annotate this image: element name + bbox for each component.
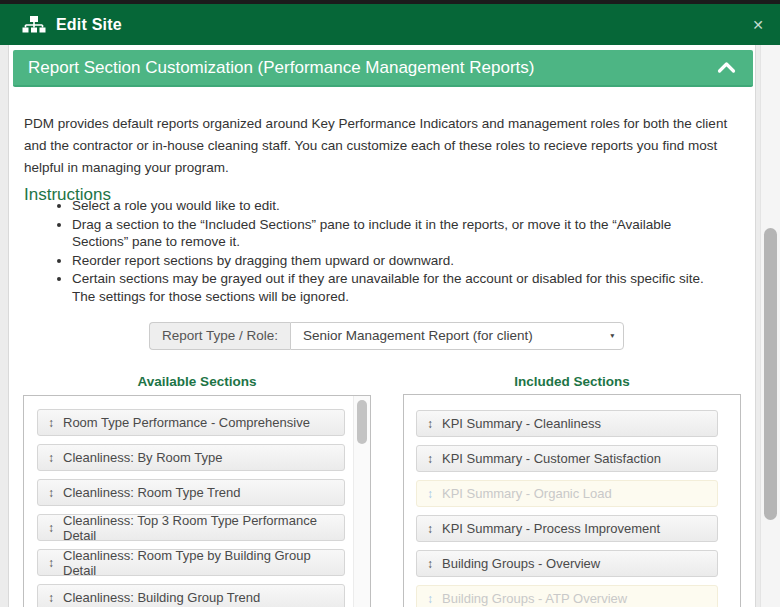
modal-body: Report Section Customization (Performanc… bbox=[8, 45, 756, 607]
drag-handle-icon[interactable]: ↕ bbox=[48, 416, 54, 430]
included-sections-panel: ↕KPI Summary - Cleanliness↕KPI Summary -… bbox=[403, 394, 741, 607]
instruction-item: Drag a section to the “Included Sections… bbox=[72, 216, 729, 251]
section-title: Report Section Customization (Performanc… bbox=[28, 58, 717, 78]
role-select-dropdown[interactable]: Senior Management Report (for client) ▼ bbox=[290, 322, 624, 350]
section-item-label: Building Groups - ATP Overview bbox=[442, 591, 627, 606]
drag-handle-icon[interactable]: ↕ bbox=[48, 591, 54, 605]
section-item-label: KPI Summary - Customer Satisfaction bbox=[442, 451, 661, 466]
chevron-up-icon[interactable] bbox=[717, 61, 736, 74]
section-item[interactable]: ↕KPI Summary - Cleanliness bbox=[416, 410, 718, 437]
sitemap-icon bbox=[22, 16, 46, 33]
section-item-label: Building Groups - Overview bbox=[442, 556, 600, 571]
section-item[interactable]: ↕Building Groups - ATP Overview bbox=[416, 585, 718, 607]
section-item[interactable]: ↕Cleanliness: Top 3 Room Type Performanc… bbox=[37, 514, 345, 541]
available-sections-panel: ↕Room Type Performance - Comprehensive↕C… bbox=[23, 395, 371, 607]
section-item-label: KPI Summary - Cleanliness bbox=[442, 416, 601, 431]
instruction-item: Certain sections may be grayed out if th… bbox=[72, 270, 729, 305]
section-item-label: KPI Summary - Process Improvement bbox=[442, 521, 660, 536]
available-panel-scrollbar-thumb[interactable] bbox=[357, 400, 367, 444]
drag-handle-icon[interactable]: ↕ bbox=[427, 592, 433, 606]
available-sections-heading: Available Sections bbox=[23, 374, 371, 389]
page-scrollbar-thumb[interactable] bbox=[764, 228, 777, 520]
dropdown-caret-icon: ▼ bbox=[609, 326, 616, 346]
section-item[interactable]: ↕Cleanliness: Room Type by Building Grou… bbox=[37, 549, 345, 576]
section-item[interactable]: ↕Cleanliness: By Room Type bbox=[37, 444, 345, 471]
section-item-label: Cleanliness: By Room Type bbox=[63, 450, 222, 465]
section-item-label: Cleanliness: Building Group Trend bbox=[63, 590, 260, 605]
drag-handle-icon[interactable]: ↕ bbox=[48, 521, 54, 535]
role-selector-group: Report Type / Role: Senior Management Re… bbox=[149, 322, 624, 350]
section-description: PDM provides default reports organized a… bbox=[24, 113, 731, 179]
instructions-list: Select a role you would like to edit. Dr… bbox=[24, 197, 729, 306]
section-item[interactable]: ↕Cleanliness: Building Group Trend bbox=[37, 584, 345, 607]
section-item[interactable]: ↕KPI Summary - Process Improvement bbox=[416, 515, 718, 542]
drag-handle-icon[interactable]: ↕ bbox=[48, 556, 54, 570]
role-select-value: Senior Management Report (for client) bbox=[303, 328, 533, 343]
drag-handle-icon[interactable]: ↕ bbox=[48, 451, 54, 465]
included-sections-list: ↕KPI Summary - Cleanliness↕KPI Summary -… bbox=[404, 395, 740, 607]
modal-titlebar: Edit Site ✕ bbox=[0, 4, 780, 45]
section-collapse-header[interactable]: Report Section Customization (Performanc… bbox=[13, 50, 753, 87]
page-scrollbar[interactable] bbox=[760, 45, 780, 607]
drag-handle-icon[interactable]: ↕ bbox=[427, 487, 433, 501]
drag-handle-icon[interactable]: ↕ bbox=[48, 486, 54, 500]
section-item[interactable]: ↕Room Type Performance - Comprehensive bbox=[37, 409, 345, 436]
drag-handle-icon[interactable]: ↕ bbox=[427, 452, 433, 466]
drag-handle-icon[interactable]: ↕ bbox=[427, 557, 433, 571]
section-item-label: Cleanliness: Room Type Trend bbox=[63, 485, 241, 500]
close-icon[interactable]: ✕ bbox=[752, 18, 764, 32]
section-item-label: Cleanliness: Room Type by Building Group… bbox=[63, 548, 334, 578]
section-item-label: KPI Summary - Organic Load bbox=[442, 486, 612, 501]
role-selector-label: Report Type / Role: bbox=[149, 322, 290, 350]
section-item[interactable]: ↕KPI Summary - Customer Satisfaction bbox=[416, 445, 718, 472]
available-sections-list: ↕Room Type Performance - Comprehensive↕C… bbox=[24, 396, 370, 607]
section-item[interactable]: ↕KPI Summary - Organic Load bbox=[416, 480, 718, 507]
included-sections-heading: Included Sections bbox=[403, 374, 741, 389]
instruction-item: Reorder report sections by dragging them… bbox=[72, 252, 729, 270]
drag-handle-icon[interactable]: ↕ bbox=[427, 522, 433, 536]
modal-title: Edit Site bbox=[56, 16, 122, 34]
drag-handle-icon[interactable]: ↕ bbox=[427, 417, 433, 431]
section-item-label: Room Type Performance - Comprehensive bbox=[63, 415, 310, 430]
available-panel-scrollbar[interactable] bbox=[353, 396, 370, 607]
section-item[interactable]: ↕Building Groups - Overview bbox=[416, 550, 718, 577]
instruction-item: Select a role you would like to edit. bbox=[72, 197, 729, 215]
section-item[interactable]: ↕Cleanliness: Room Type Trend bbox=[37, 479, 345, 506]
section-item-label: Cleanliness: Top 3 Room Type Performance… bbox=[63, 513, 334, 543]
